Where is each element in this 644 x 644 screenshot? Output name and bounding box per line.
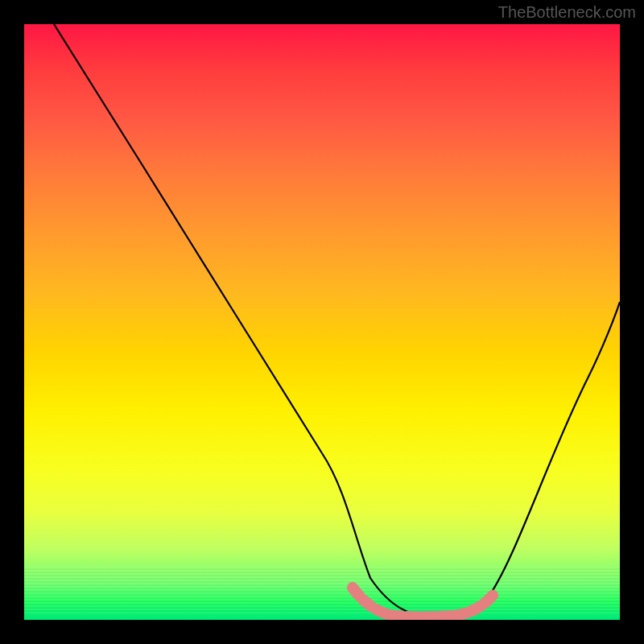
bottleneck-curve bbox=[54, 24, 620, 617]
chart-svg bbox=[24, 24, 620, 620]
chart-plot-area bbox=[24, 24, 620, 620]
trough-marker bbox=[353, 588, 495, 617]
bottom-stripe-band bbox=[24, 567, 620, 613]
watermark-text: TheBottleneck.com bbox=[498, 3, 636, 22]
